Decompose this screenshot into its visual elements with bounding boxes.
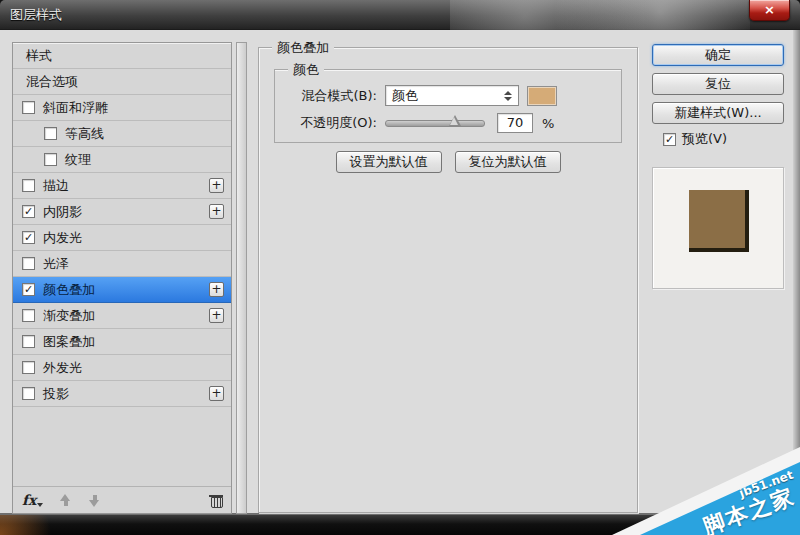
checkbox[interactable]: ✓ (22, 283, 35, 296)
style-list-item[interactable]: 混合选项 (13, 69, 231, 95)
trash-icon[interactable] (210, 494, 222, 506)
arrow-down-icon[interactable] (88, 494, 101, 507)
preview-panel (652, 167, 784, 289)
style-list-item[interactable]: ✓ 内阴影 + (13, 199, 231, 225)
preview-toggle[interactable]: ✓ 预览(V) (663, 130, 727, 148)
checkbox[interactable] (22, 257, 35, 270)
checkbox[interactable] (22, 101, 35, 114)
style-list-item-label: 图案叠加 (43, 333, 95, 351)
overlay-color-swatch[interactable] (527, 86, 557, 106)
opacity-input[interactable]: 70 (497, 113, 533, 133)
checkbox[interactable] (22, 335, 35, 348)
style-list-item-label: 等高线 (65, 125, 104, 143)
style-list: 样式 混合选项 斜面和浮雕 等高线 纹理 描边 + ✓ 内阴影 + ✓ 内发光 … (12, 42, 232, 514)
style-list-item[interactable]: 光泽 (13, 251, 231, 277)
set-default-button[interactable]: 设置为默认值 (336, 151, 442, 173)
style-list-item[interactable]: 投影 + (13, 381, 231, 407)
checkbox[interactable] (44, 153, 57, 166)
style-list-item[interactable]: ✓ 颜色叠加 + (13, 277, 231, 303)
checkbox[interactable] (22, 309, 35, 322)
style-list-item[interactable]: 样式 (13, 43, 231, 69)
checkbox[interactable] (22, 387, 35, 400)
style-list-item-label: 描边 (43, 177, 69, 195)
style-list-item-label: 渐变叠加 (43, 307, 95, 325)
checkbox[interactable] (22, 361, 35, 374)
style-list-item[interactable]: 渐变叠加 + (13, 303, 231, 329)
preview-label: 预览(V) (682, 130, 727, 148)
style-list-item[interactable]: 等高线 (13, 121, 231, 147)
desktop-background-strip (0, 515, 800, 535)
color-group: 颜色 混合模式(B): 颜色 不透明度(O): 70 % (274, 69, 622, 143)
style-list-item[interactable]: ✓ 内发光 (13, 225, 231, 251)
style-list-item-label: 斜面和浮雕 (43, 99, 108, 117)
blend-mode-select[interactable]: 颜色 (385, 85, 519, 106)
opacity-label: 不透明度(O): (283, 114, 377, 132)
style-list-item[interactable]: 纹理 (13, 147, 231, 173)
plus-icon[interactable]: + (209, 386, 224, 401)
style-list-item-label: 内发光 (43, 229, 82, 247)
opacity-unit: % (542, 116, 554, 131)
plus-icon[interactable]: + (209, 282, 224, 297)
style-list-item-label: 外发光 (43, 359, 82, 377)
checkbox[interactable]: ✓ (22, 205, 35, 218)
sidebar-footer: fx (13, 486, 231, 513)
plus-icon[interactable]: + (209, 178, 224, 193)
blend-mode-label: 混合模式(B): (283, 87, 377, 105)
style-list-item-label: 纹理 (65, 151, 91, 169)
style-list-item-label: 光泽 (43, 255, 69, 273)
checkbox[interactable] (22, 179, 35, 192)
close-button[interactable]: × (749, 0, 790, 21)
arrow-up-icon[interactable] (59, 494, 72, 507)
title-bar[interactable]: 图层样式 (0, 0, 800, 30)
style-list-item-label: 混合选项 (26, 73, 78, 91)
style-list-item[interactable]: 图案叠加 (13, 329, 231, 355)
checkbox[interactable] (44, 127, 57, 140)
fx-icon[interactable]: fx (22, 492, 43, 508)
style-list-item-label: 投影 (43, 385, 69, 403)
style-list-item[interactable]: 描边 + (13, 173, 231, 199)
preview-checkbox[interactable]: ✓ (663, 133, 676, 146)
opacity-slider-thumb[interactable] (449, 115, 461, 126)
group-title: 颜色 (288, 61, 324, 79)
reset-default-button[interactable]: 复位为默认值 (455, 151, 561, 173)
color-overlay-panel: 颜色叠加 颜色 混合模式(B): 颜色 不透明度(O): 70 % 设置为默认值… (258, 47, 638, 513)
checkbox[interactable]: ✓ (22, 231, 35, 244)
style-list-item[interactable]: 外发光 (13, 355, 231, 381)
style-list-item-label: 颜色叠加 (43, 281, 95, 299)
ok-button[interactable]: 确定 (652, 44, 784, 66)
blend-mode-value: 颜色 (392, 87, 418, 105)
sidebar-scrollbar[interactable] (236, 42, 247, 514)
dropdown-stepper-icon (504, 91, 512, 101)
close-icon: × (764, 2, 775, 17)
plus-icon[interactable]: + (209, 308, 224, 323)
style-list-item[interactable]: 斜面和浮雕 (13, 95, 231, 121)
dialog-right-edge (793, 30, 800, 515)
preview-swatch (689, 190, 749, 252)
section-title: 颜色叠加 (272, 39, 334, 57)
style-list-item-label: 样式 (26, 47, 52, 65)
reset-button[interactable]: 复位 (652, 73, 784, 95)
new-style-button[interactable]: 新建样式(W)... (652, 102, 784, 124)
plus-icon[interactable]: + (209, 204, 224, 219)
style-list-item-label: 内阴影 (43, 203, 82, 221)
opacity-slider[interactable] (385, 120, 485, 127)
window-title: 图层样式 (10, 0, 62, 29)
